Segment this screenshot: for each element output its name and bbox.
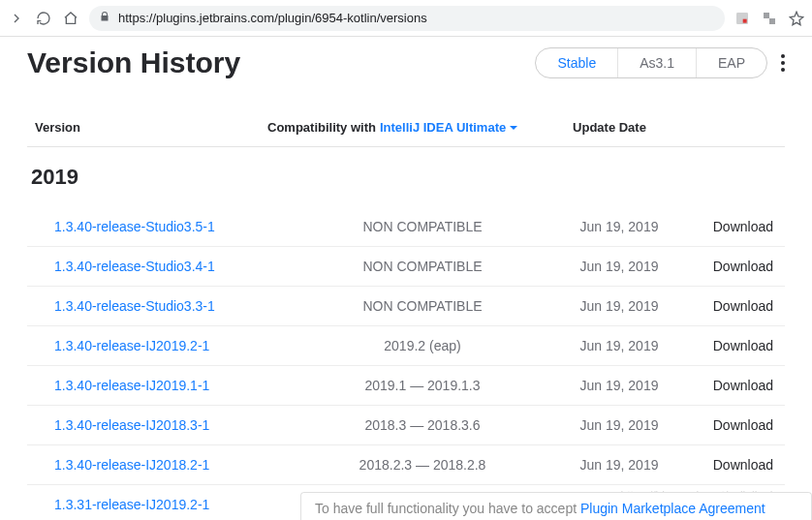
date-cell: Jun 19, 2019: [558, 457, 680, 473]
compat-cell: 2018.3 — 2018.3.6: [287, 417, 558, 433]
tab-eap[interactable]: EAP: [696, 48, 766, 77]
svg-rect-1: [743, 18, 747, 22]
download-link[interactable]: Download: [680, 417, 777, 433]
version-link[interactable]: 1.3.40-release-Studio3.5-1: [54, 219, 287, 234]
table-row: 1.3.40-release-IJ2018.2-1 2018.2.3 — 201…: [27, 445, 785, 485]
download-link[interactable]: Download: [680, 298, 777, 314]
browser-toolbar: https://plugins.jetbrains.com/plugin/695…: [0, 0, 812, 37]
compat-cell: 2019.2 (eap): [287, 338, 558, 353]
translate-icon[interactable]: [762, 11, 777, 26]
version-link[interactable]: 1.3.40-release-Studio3.4-1: [54, 259, 287, 274]
tab-stable[interactable]: Stable: [536, 48, 617, 77]
download-link[interactable]: Download: [680, 219, 777, 234]
compat-cell: NON COMPATIBLE: [287, 298, 558, 314]
compat-cell: 2018.2.3 — 2018.2.8: [287, 457, 558, 473]
extension-icon[interactable]: [734, 11, 750, 26]
agreement-link[interactable]: Plugin Marketplace Agreement: [580, 501, 765, 516]
versions-table: Version Compatibility with IntelliJ IDEA…: [27, 108, 785, 520]
table-row: 1.3.40-release-Studio3.4-1 NON COMPATIBL…: [27, 247, 785, 287]
version-link[interactable]: 1.3.40-release-Studio3.3-1: [54, 298, 287, 314]
notice-text: To have full functionality you have to a…: [315, 501, 580, 516]
compat-prefix: Compatibility with: [267, 120, 376, 135]
col-version: Version: [35, 120, 267, 135]
lock-icon: [99, 11, 110, 25]
tab-as31[interactable]: As3.1: [617, 48, 696, 77]
agreement-notice: To have full functionality you have to a…: [300, 492, 812, 520]
url-text: https://plugins.jetbrains.com/plugin/695…: [118, 11, 427, 25]
channel-tabs: Stable As3.1 EAP: [535, 47, 767, 78]
version-link[interactable]: 1.3.40-release-IJ2018.2-1: [54, 457, 287, 473]
year-group-header: 2019: [27, 147, 785, 207]
table-row: 1.3.40-release-IJ2019.1-1 2019.1 — 2019.…: [27, 366, 785, 406]
product-name: IntelliJ IDEA Ultimate: [380, 120, 506, 135]
compat-cell: 2019.1 — 2019.1.3: [287, 378, 558, 393]
version-link[interactable]: 1.3.40-release-IJ2019.2-1: [54, 338, 287, 353]
table-row: 1.3.40-release-IJ2019.2-1 2019.2 (eap) J…: [27, 326, 785, 366]
home-button[interactable]: [62, 10, 79, 27]
col-update-date: Update Date: [539, 120, 680, 135]
header-row: Version History Stable As3.1 EAP: [27, 46, 785, 79]
product-selector[interactable]: IntelliJ IDEA Ultimate: [380, 120, 518, 135]
reload-button[interactable]: [35, 10, 52, 27]
table-row: 1.3.40-release-Studio3.3-1 NON COMPATIBL…: [27, 287, 785, 326]
page-title: Version History: [27, 46, 240, 79]
star-icon[interactable]: [789, 11, 804, 26]
date-cell: Jun 19, 2019: [558, 417, 680, 433]
version-link[interactable]: 1.3.40-release-IJ2019.1-1: [54, 378, 287, 393]
col-compat: Compatibility with IntelliJ IDEA Ultimat…: [267, 120, 539, 135]
table-row: 1.3.40-release-IJ2018.3-1 2018.3 — 2018.…: [27, 406, 785, 445]
table-row: 1.3.40-release-Studio3.5-1 NON COMPATIBL…: [27, 207, 785, 247]
download-link[interactable]: Download: [680, 457, 777, 473]
forward-button[interactable]: [8, 10, 25, 27]
chevron-down-icon: [509, 123, 518, 133]
page-content: Version History Stable As3.1 EAP Version…: [0, 37, 812, 520]
compat-cell: NON COMPATIBLE: [287, 259, 558, 274]
date-cell: Jun 19, 2019: [558, 378, 680, 393]
download-link[interactable]: Download: [680, 259, 777, 274]
table-header: Version Compatibility with IntelliJ IDEA…: [27, 108, 785, 147]
more-menu-icon[interactable]: [781, 54, 785, 72]
version-link[interactable]: 1.3.31-release-IJ2019.2-1: [54, 497, 287, 512]
date-cell: Jun 19, 2019: [558, 338, 680, 353]
date-cell: Jun 19, 2019: [558, 219, 680, 234]
download-link[interactable]: Download: [680, 378, 777, 393]
date-cell: Jun 19, 2019: [558, 259, 680, 274]
extension-icons: [734, 11, 804, 26]
compat-cell: NON COMPATIBLE: [287, 219, 558, 234]
address-bar[interactable]: https://plugins.jetbrains.com/plugin/695…: [89, 6, 725, 31]
download-link[interactable]: Download: [680, 338, 777, 353]
version-link[interactable]: 1.3.40-release-IJ2018.3-1: [54, 417, 287, 433]
date-cell: Jun 19, 2019: [558, 298, 680, 314]
